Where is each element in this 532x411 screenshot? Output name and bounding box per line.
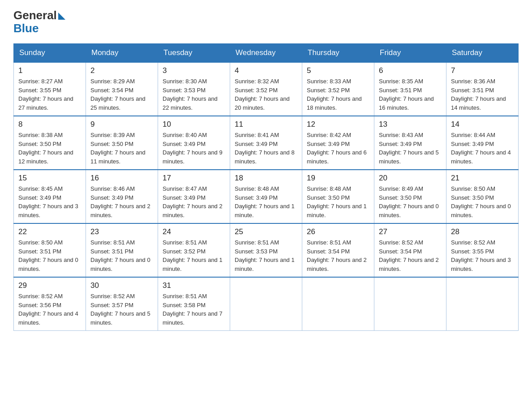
day-info: Sunrise: 8:48 AM Sunset: 3:50 PM Dayligh… xyxy=(307,184,369,219)
day-cell-6: 6 Sunrise: 8:35 AM Sunset: 3:51 PM Dayli… xyxy=(374,62,446,116)
day-cell-15: 15 Sunrise: 8:45 AM Sunset: 3:49 PM Dayl… xyxy=(14,170,86,223)
day-info: Sunrise: 8:36 AM Sunset: 3:51 PM Dayligh… xyxy=(451,77,514,112)
day-number: 31 xyxy=(163,281,225,290)
day-number: 1 xyxy=(18,66,81,75)
empty-cell xyxy=(302,277,374,331)
day-number: 21 xyxy=(451,174,514,183)
day-cell-8: 8 Sunrise: 8:38 AM Sunset: 3:50 PM Dayli… xyxy=(14,116,86,170)
day-info: Sunrise: 8:49 AM Sunset: 3:50 PM Dayligh… xyxy=(379,184,442,219)
logo-general-text: General xyxy=(13,9,57,22)
day-number: 12 xyxy=(307,120,369,129)
col-header-friday: Friday xyxy=(374,44,446,63)
day-info: Sunrise: 8:50 AM Sunset: 3:51 PM Dayligh… xyxy=(18,238,81,273)
day-number: 23 xyxy=(90,227,153,236)
day-info: Sunrise: 8:29 AM Sunset: 3:54 PM Dayligh… xyxy=(90,77,153,112)
day-cell-3: 3 Sunrise: 8:30 AM Sunset: 3:53 PM Dayli… xyxy=(158,62,230,116)
day-info: Sunrise: 8:52 AM Sunset: 3:57 PM Dayligh… xyxy=(90,292,153,327)
day-number: 16 xyxy=(90,174,153,183)
day-number: 24 xyxy=(163,227,225,236)
day-number: 8 xyxy=(18,120,81,129)
day-info: Sunrise: 8:35 AM Sunset: 3:51 PM Dayligh… xyxy=(379,77,442,112)
day-cell-31: 31 Sunrise: 8:51 AM Sunset: 3:58 PM Dayl… xyxy=(158,277,230,331)
day-number: 19 xyxy=(307,174,369,183)
day-info: Sunrise: 8:46 AM Sunset: 3:49 PM Dayligh… xyxy=(90,184,153,219)
day-info: Sunrise: 8:27 AM Sunset: 3:55 PM Dayligh… xyxy=(18,77,81,112)
day-cell-11: 11 Sunrise: 8:41 AM Sunset: 3:49 PM Dayl… xyxy=(230,116,302,170)
day-number: 15 xyxy=(18,174,81,183)
col-header-sunday: Sunday xyxy=(14,44,86,63)
col-header-saturday: Saturday xyxy=(446,44,519,63)
day-number: 4 xyxy=(235,66,297,75)
day-cell-22: 22 Sunrise: 8:50 AM Sunset: 3:51 PM Dayl… xyxy=(14,223,86,277)
day-number: 7 xyxy=(451,66,514,75)
day-cell-25: 25 Sunrise: 8:51 AM Sunset: 3:53 PM Dayl… xyxy=(230,223,302,277)
page-header: General Blue xyxy=(13,9,519,34)
day-cell-24: 24 Sunrise: 8:51 AM Sunset: 3:52 PM Dayl… xyxy=(158,223,230,277)
day-cell-7: 7 Sunrise: 8:36 AM Sunset: 3:51 PM Dayli… xyxy=(446,62,519,116)
day-cell-21: 21 Sunrise: 8:50 AM Sunset: 3:50 PM Dayl… xyxy=(446,170,519,223)
day-number: 2 xyxy=(90,66,153,75)
day-info: Sunrise: 8:40 AM Sunset: 3:49 PM Dayligh… xyxy=(163,131,225,166)
day-number: 18 xyxy=(235,174,297,183)
day-info: Sunrise: 8:51 AM Sunset: 3:51 PM Dayligh… xyxy=(90,238,153,273)
day-info: Sunrise: 8:52 AM Sunset: 3:55 PM Dayligh… xyxy=(451,238,514,273)
day-info: Sunrise: 8:41 AM Sunset: 3:49 PM Dayligh… xyxy=(235,131,297,166)
day-cell-27: 27 Sunrise: 8:52 AM Sunset: 3:54 PM Dayl… xyxy=(374,223,446,277)
week-row-1: 1 Sunrise: 8:27 AM Sunset: 3:55 PM Dayli… xyxy=(14,62,519,116)
day-number: 27 xyxy=(379,227,442,236)
logo-triangle-icon xyxy=(58,13,65,20)
day-number: 5 xyxy=(307,66,369,75)
day-info: Sunrise: 8:42 AM Sunset: 3:49 PM Dayligh… xyxy=(307,131,369,166)
day-cell-13: 13 Sunrise: 8:43 AM Sunset: 3:49 PM Dayl… xyxy=(374,116,446,170)
day-number: 29 xyxy=(18,281,81,290)
day-cell-23: 23 Sunrise: 8:51 AM Sunset: 3:51 PM Dayl… xyxy=(86,223,158,277)
day-info: Sunrise: 8:50 AM Sunset: 3:50 PM Dayligh… xyxy=(451,184,514,219)
day-number: 13 xyxy=(379,120,442,129)
day-info: Sunrise: 8:30 AM Sunset: 3:53 PM Dayligh… xyxy=(163,77,225,112)
logo: General Blue xyxy=(13,9,65,34)
day-cell-9: 9 Sunrise: 8:39 AM Sunset: 3:50 PM Dayli… xyxy=(86,116,158,170)
day-cell-14: 14 Sunrise: 8:44 AM Sunset: 3:49 PM Dayl… xyxy=(446,116,519,170)
day-cell-28: 28 Sunrise: 8:52 AM Sunset: 3:55 PM Dayl… xyxy=(446,223,519,277)
day-cell-20: 20 Sunrise: 8:49 AM Sunset: 3:50 PM Dayl… xyxy=(374,170,446,223)
day-info: Sunrise: 8:51 AM Sunset: 3:52 PM Dayligh… xyxy=(163,238,225,273)
day-cell-30: 30 Sunrise: 8:52 AM Sunset: 3:57 PM Dayl… xyxy=(86,277,158,331)
day-number: 17 xyxy=(163,174,225,183)
day-cell-18: 18 Sunrise: 8:48 AM Sunset: 3:49 PM Dayl… xyxy=(230,170,302,223)
day-number: 26 xyxy=(307,227,369,236)
day-info: Sunrise: 8:43 AM Sunset: 3:49 PM Dayligh… xyxy=(379,131,442,166)
day-number: 20 xyxy=(379,174,442,183)
day-info: Sunrise: 8:45 AM Sunset: 3:49 PM Dayligh… xyxy=(18,184,81,219)
day-cell-16: 16 Sunrise: 8:46 AM Sunset: 3:49 PM Dayl… xyxy=(86,170,158,223)
col-header-monday: Monday xyxy=(86,44,158,63)
day-info: Sunrise: 8:32 AM Sunset: 3:52 PM Dayligh… xyxy=(235,77,297,112)
day-info: Sunrise: 8:51 AM Sunset: 3:58 PM Dayligh… xyxy=(163,292,225,327)
day-cell-10: 10 Sunrise: 8:40 AM Sunset: 3:49 PM Dayl… xyxy=(158,116,230,170)
col-header-tuesday: Tuesday xyxy=(158,44,230,63)
week-row-5: 29 Sunrise: 8:52 AM Sunset: 3:56 PM Dayl… xyxy=(14,277,519,331)
logo-blue-text: Blue xyxy=(13,22,65,35)
empty-cell xyxy=(374,277,446,331)
day-cell-19: 19 Sunrise: 8:48 AM Sunset: 3:50 PM Dayl… xyxy=(302,170,374,223)
day-info: Sunrise: 8:52 AM Sunset: 3:54 PM Dayligh… xyxy=(379,238,442,273)
day-number: 22 xyxy=(18,227,81,236)
day-cell-26: 26 Sunrise: 8:51 AM Sunset: 3:54 PM Dayl… xyxy=(302,223,374,277)
day-cell-2: 2 Sunrise: 8:29 AM Sunset: 3:54 PM Dayli… xyxy=(86,62,158,116)
day-number: 28 xyxy=(451,227,514,236)
week-row-2: 8 Sunrise: 8:38 AM Sunset: 3:50 PM Dayli… xyxy=(14,116,519,170)
day-info: Sunrise: 8:51 AM Sunset: 3:54 PM Dayligh… xyxy=(307,238,369,273)
day-cell-1: 1 Sunrise: 8:27 AM Sunset: 3:55 PM Dayli… xyxy=(14,62,86,116)
day-info: Sunrise: 8:48 AM Sunset: 3:49 PM Dayligh… xyxy=(235,184,297,219)
day-info: Sunrise: 8:47 AM Sunset: 3:49 PM Dayligh… xyxy=(163,184,225,219)
week-row-4: 22 Sunrise: 8:50 AM Sunset: 3:51 PM Dayl… xyxy=(14,223,519,277)
day-info: Sunrise: 8:51 AM Sunset: 3:53 PM Dayligh… xyxy=(235,238,297,273)
header-row: SundayMondayTuesdayWednesdayThursdayFrid… xyxy=(14,44,519,63)
day-number: 30 xyxy=(90,281,153,290)
day-cell-12: 12 Sunrise: 8:42 AM Sunset: 3:49 PM Dayl… xyxy=(302,116,374,170)
day-info: Sunrise: 8:44 AM Sunset: 3:49 PM Dayligh… xyxy=(451,131,514,166)
day-cell-17: 17 Sunrise: 8:47 AM Sunset: 3:49 PM Dayl… xyxy=(158,170,230,223)
day-info: Sunrise: 8:39 AM Sunset: 3:50 PM Dayligh… xyxy=(90,131,153,166)
empty-cell xyxy=(446,277,519,331)
day-number: 25 xyxy=(235,227,297,236)
day-number: 9 xyxy=(90,120,153,129)
